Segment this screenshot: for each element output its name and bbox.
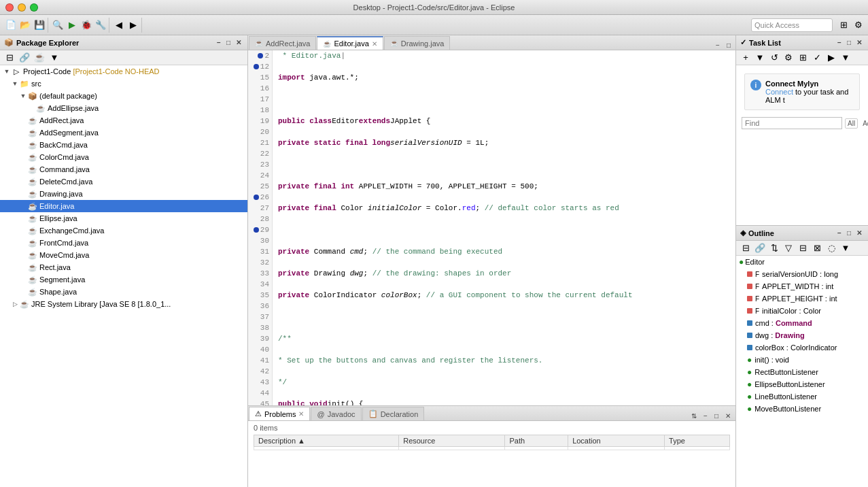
- col-type[interactable]: Type: [665, 435, 730, 447]
- link-outline-icon[interactable]: 🔗: [753, 241, 767, 255]
- minimize-problems-button[interactable]: −: [701, 412, 710, 420]
- maximize-panel-button[interactable]: □: [224, 38, 232, 47]
- outline-item-init[interactable]: ● init() : void: [736, 354, 868, 366]
- outline-item[interactable]: F APPLET_HEIGHT : int: [736, 292, 868, 305]
- list-item[interactable]: ☕ FrontCmd.java: [0, 237, 247, 249]
- list-item[interactable]: ☕ MoveCmd.java: [0, 249, 247, 261]
- close-panel-button[interactable]: ✕: [234, 38, 243, 47]
- list-item[interactable]: ☕ Drawing.java: [0, 188, 247, 200]
- tab-javadoc[interactable]: @ Javadoc: [311, 407, 361, 420]
- collapse-all-icon[interactable]: ⊟: [3, 51, 16, 65]
- hide-nonpublic-icon[interactable]: ◌: [824, 241, 838, 255]
- all-button[interactable]: All: [845, 118, 858, 129]
- list-item[interactable]: ☕ Segment.java: [0, 273, 247, 286]
- maximize-editor-button[interactable]: □: [725, 41, 733, 50]
- outline-item-linelistener[interactable]: ● LineButtonListener: [736, 390, 868, 403]
- code-text[interactable]: * Editor.java| import java.awt.*; public…: [273, 50, 735, 405]
- activate-button[interactable]: Activa...: [861, 119, 868, 128]
- list-item[interactable]: ☕ ColorCmd.java: [0, 151, 247, 163]
- filter-icon[interactable]: ▼: [48, 51, 61, 65]
- minimize-panel-button[interactable]: −: [215, 38, 223, 47]
- sort-outline-icon[interactable]: ⇅: [767, 241, 781, 255]
- activate-task-icon[interactable]: ▶: [824, 51, 838, 65]
- tab-drawing[interactable]: ☕ Drawing.java: [384, 36, 451, 50]
- close-task-button[interactable]: ✕: [854, 38, 864, 47]
- minimize-outline-button[interactable]: −: [835, 229, 844, 237]
- tree-item-src[interactable]: ▼ 📁 src: [0, 78, 247, 90]
- add-task-icon[interactable]: +: [739, 51, 752, 65]
- filter-outline-icon[interactable]: ▽: [782, 241, 795, 255]
- minimize-editor-button[interactable]: −: [714, 41, 722, 50]
- outline-item-ellipselistener[interactable]: ● EllipseButtonListener: [736, 378, 868, 390]
- maximize-outline-button[interactable]: □: [845, 229, 853, 237]
- col-resource[interactable]: Resource: [399, 435, 505, 447]
- outline-item[interactable]: F APPLET_WIDTH : int: [736, 280, 868, 292]
- find-task-input[interactable]: [742, 117, 842, 129]
- context-task-icon[interactable]: ⊞: [796, 51, 810, 65]
- sort-icon[interactable]: ⇅: [689, 412, 699, 420]
- close-outline-button[interactable]: ✕: [854, 229, 864, 237]
- list-item[interactable]: ☕ BackCmd.java: [0, 139, 247, 151]
- tree-item-project[interactable]: ▼ ▷ Project1-Code [Project1-Code NO-HEAD: [0, 65, 247, 78]
- outline-item-movelistener[interactable]: ● MoveButtonListener: [736, 403, 868, 415]
- problems-tab-close[interactable]: ✕: [298, 410, 304, 418]
- search-icon[interactable]: 🔍: [51, 18, 65, 32]
- list-item[interactable]: ☕ ExchangeCmd.java: [0, 224, 247, 237]
- col-location[interactable]: Location: [568, 435, 665, 447]
- col-path[interactable]: Path: [505, 435, 568, 447]
- new-java-icon[interactable]: ☕: [33, 51, 46, 65]
- minimize-button[interactable]: [18, 3, 26, 12]
- quick-access-field[interactable]: Quick Access: [751, 18, 833, 32]
- perspective-icon[interactable]: ⊞: [837, 18, 850, 32]
- task-chevron-icon[interactable]: ▼: [839, 51, 852, 65]
- connect-link[interactable]: Connect: [765, 88, 793, 96]
- link-editor-icon[interactable]: 🔗: [18, 51, 31, 65]
- build-icon[interactable]: 🔧: [94, 18, 107, 32]
- tab-declaration[interactable]: 📋 Declaration: [362, 407, 425, 420]
- list-item[interactable]: ☕ Command.java: [0, 163, 247, 175]
- maximize-task-button[interactable]: □: [845, 38, 853, 47]
- tab-addrect[interactable]: ☕ AddRect.java: [249, 36, 316, 50]
- outline-settings-icon[interactable]: ▼: [839, 241, 852, 255]
- tab-close-button[interactable]: ✕: [372, 40, 377, 48]
- tab-problems[interactable]: ⚠ Problems ✕: [249, 407, 310, 420]
- hide-fields-icon[interactable]: ⊟: [796, 241, 810, 255]
- settings-task-icon[interactable]: ⚙: [782, 51, 795, 65]
- forward-nav-icon[interactable]: ▶: [126, 18, 140, 32]
- mark-complete-icon[interactable]: ✓: [810, 51, 824, 65]
- collapse-outline-icon[interactable]: ⊟: [739, 241, 752, 255]
- outline-item[interactable]: colorBox : ColorIndicator: [736, 341, 868, 354]
- close-button[interactable]: [5, 3, 14, 12]
- filter-task-icon[interactable]: ▼: [753, 51, 767, 65]
- list-item[interactable]: ☕ AddEllipse.java: [0, 102, 247, 114]
- tree-item-jre[interactable]: ▷ ☕ JRE System Library [Java SE 8 [1.8.0…: [0, 298, 247, 310]
- open-icon[interactable]: 📂: [18, 18, 32, 32]
- outline-item[interactable]: F serialVersionUID : long: [736, 268, 868, 280]
- back-nav-icon[interactable]: ◀: [112, 18, 126, 32]
- hide-static-icon[interactable]: ⊠: [810, 241, 824, 255]
- list-item[interactable]: ☕ AddSegment.java: [0, 127, 247, 139]
- list-item[interactable]: ☕ DeleteCmd.java: [0, 175, 247, 188]
- maximize-problems-button[interactable]: □: [712, 412, 721, 420]
- outline-item-rectlistener[interactable]: ● RectButtonListener: [736, 366, 868, 378]
- sync-task-icon[interactable]: ↺: [767, 51, 781, 65]
- new-icon[interactable]: 📄: [4, 18, 18, 32]
- close-problems-button[interactable]: ✕: [723, 412, 733, 420]
- maximize-button[interactable]: [30, 3, 38, 12]
- list-item-selected[interactable]: ☕ Editor.java: [0, 200, 247, 212]
- list-item[interactable]: ☕ Rect.java: [0, 261, 247, 273]
- save-icon[interactable]: 💾: [33, 18, 46, 32]
- outline-item[interactable]: dwg : Drawing: [736, 329, 868, 341]
- list-item[interactable]: ☕ Shape.java: [0, 286, 247, 298]
- settings-icon[interactable]: ⚙: [852, 18, 865, 32]
- tab-editor[interactable]: ☕ Editor.java ✕: [317, 36, 383, 50]
- code-editor[interactable]: 2 12 15 16 17 18 19 20 21 22 23 24 25 26…: [248, 50, 735, 405]
- outline-item[interactable]: F initialColor : Color: [736, 305, 868, 317]
- debug-icon[interactable]: 🐞: [80, 18, 93, 32]
- run-icon[interactable]: ▶: [65, 18, 79, 32]
- outline-item[interactable]: cmd : Command: [736, 317, 868, 329]
- outline-item-editor[interactable]: ● Editor: [736, 256, 868, 268]
- list-item[interactable]: ☕ Ellipse.java: [0, 212, 247, 224]
- tree-item-default-package[interactable]: ▼ 📦 (default package): [0, 90, 247, 102]
- list-item[interactable]: ☕ AddRect.java: [0, 114, 247, 127]
